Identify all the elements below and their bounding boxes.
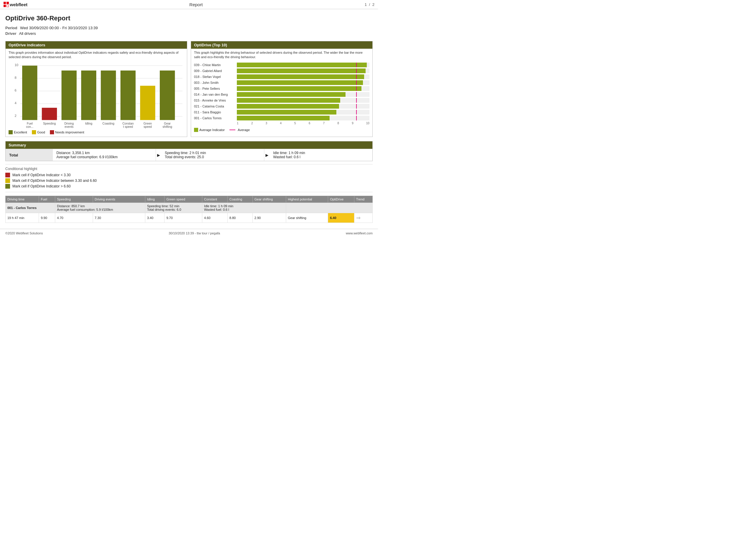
driver-avg-fuel: Average fuel consumption: 5.9 l/100km [57, 208, 143, 211]
summary-avg-fuel: Average fuel consumption: 6.9 l/100km [56, 155, 152, 159]
svg-text:Green: Green [144, 122, 152, 125]
cond-row-2: Mark cell if OptiDrive Indicator > 6.60 [5, 184, 373, 189]
x-label-3: 3 [265, 121, 267, 125]
cell-highest-potential: Gear shifting [286, 213, 328, 223]
driver-idle-time: Idle time: 1 h 09 min [204, 204, 284, 208]
period-row: Period Wed 30/09/2020 00:00 - Fri 30/10/… [5, 26, 373, 30]
top10-row-2: 018 - Stefan Vogel [237, 74, 369, 79]
x-label-10: 10 [366, 121, 369, 125]
summary-total-row: Total Distance: 3,358.1 km Average fuel … [6, 149, 372, 161]
cond-row-0: Mark cell if OptiDrive Indicator < 3.30 [5, 173, 373, 177]
logo: webfleet [4, 2, 27, 7]
page-total: 2 [372, 2, 374, 7]
x-label-1: 1 [237, 121, 239, 125]
legend-needs-improvement-label: Needs improvement [55, 130, 84, 134]
legend-excellent: Excellent [9, 130, 27, 134]
driver-value: All drivers [19, 31, 36, 36]
th-constant: Constant [202, 196, 228, 203]
bar-idling [81, 70, 96, 120]
cell-green-speed: 9.70 [165, 213, 202, 223]
top10-row-1: 009 - Gabriel Allard [237, 68, 369, 73]
summary-distance: Distance: 3,358.1 km [56, 151, 152, 155]
th-coasting: Coasting [228, 196, 253, 203]
indicators-chart-desc: This graph provides information about in… [6, 49, 187, 61]
x-label-8: 8 [337, 121, 339, 125]
page-footer: ©2020 Webfleet Solutions 30/10/2020 13:3… [0, 229, 378, 237]
cell-coasting: 8.80 [228, 213, 253, 223]
footer-timestamp: 30/10/2020 13:39 - ttw tour / pegafa [169, 231, 220, 235]
svg-text:Driving: Driving [65, 122, 74, 125]
th-idling: Idling [145, 196, 164, 203]
top10-driver-8-label: 011 - Sara Biaggio [194, 110, 235, 114]
svg-text:Coasting: Coasting [102, 122, 115, 125]
legend-needs-improvement-icon [50, 130, 54, 134]
top10-chart-title: OptiDrive (Top 10) [191, 41, 372, 49]
top10-row-3: 003 - John Smith [237, 80, 369, 85]
top10-bar-wrap-5 [237, 92, 369, 97]
x-label-9: 9 [352, 121, 354, 125]
driver-row: Driver All drivers [5, 31, 373, 36]
table-body: 001 - Carlos Torres Distance: 850.7 km A… [6, 203, 373, 223]
summary-total-events: Total driving events: 25.0 [165, 155, 260, 159]
cell-idling: 3.40 [145, 213, 164, 223]
avg-line-1 [356, 68, 357, 73]
legend-good: Good [32, 130, 45, 134]
optidrive-indicators-chart: OptiDrive indicators This graph provides… [5, 41, 187, 137]
legend-avg: Average [230, 128, 250, 132]
avg-line-0 [356, 63, 357, 67]
period-value: Wed 30/09/2020 00:00 - Fri 30/10/2020 13… [20, 26, 98, 30]
th-trend: Trend [354, 196, 372, 203]
top10-row-9: 001 - Carlos Torres [237, 116, 369, 120]
x-label-7: 7 [323, 121, 325, 125]
top10-driver-2-label: 018 - Stefan Vogel [194, 75, 235, 79]
top10-driver-1-label: 009 - Gabriel Allard [194, 69, 235, 73]
svg-text:speed: speed [144, 125, 152, 128]
avg-line-3 [356, 80, 357, 85]
table-header-row: Driving time Fuel Speeding Driving event… [6, 196, 373, 203]
top10-bar-wrap-6 [237, 98, 369, 103]
avg-line-4 [356, 86, 357, 91]
avg-line-6 [356, 98, 357, 103]
avg-line-5 [356, 92, 357, 97]
cond-icon-2 [5, 184, 10, 189]
summary-idle-time: Idle time: 1 h 09 min [273, 151, 369, 155]
top10-chart-desc: This graph highlights the driving behavi… [191, 49, 372, 61]
x-label-6: 6 [309, 121, 310, 125]
driver-empty [286, 203, 372, 213]
driver-distance: Distance: 850.7 km [57, 204, 143, 208]
top10-driver-7-label: 021 - Catarina Costa [194, 104, 235, 108]
th-driving-events: Driving events [93, 196, 145, 203]
cell-fuel: 9.90 [39, 213, 55, 223]
driver-speeding-time: Speeding time: 52 min [147, 204, 200, 208]
cond-text-1: Mark cell if OptiDrive Indicator between… [13, 178, 96, 183]
top10-legend: Average Indicator Average [191, 126, 372, 134]
top10-bar-wrap-7 [237, 104, 369, 109]
indicators-chart-title: OptiDrive indicators [6, 41, 187, 49]
footer-copyright: ©2020 Webfleet Solutions [5, 231, 43, 235]
summary-idle-fuel: Idle time: 1 h 09 min Wasted fuel: 0.6 l [270, 149, 372, 161]
driver-wasted-fuel: Wasted fuel: 0.6 l [204, 208, 284, 211]
avg-line-8 [356, 110, 357, 115]
top10-driver-4-label: 005 - Pete Sellers [194, 87, 235, 90]
driver-data-row: 19 h 47 min 9.90 4.70 7.30 3.40 9.70 4.6… [6, 213, 373, 223]
svg-text:10: 10 [14, 63, 18, 67]
top10-driver-6-label: 015 - Anneke de Vries [194, 98, 235, 102]
svg-text:Fuel: Fuel [27, 122, 33, 125]
cell-speeding: 4.70 [55, 213, 93, 223]
th-optidrive: OptiDrive [328, 196, 354, 203]
svg-text:2: 2 [14, 114, 16, 118]
top10-bar-4 [237, 86, 362, 91]
top10-bar-2 [237, 74, 364, 79]
svg-text:Constan: Constan [122, 122, 133, 125]
summary-total-label: Total [6, 149, 53, 161]
legend-avg-label: Average [238, 128, 250, 132]
cell-optidrive: 6.40 [328, 213, 354, 223]
top10-bar-wrap-8 [237, 110, 369, 115]
avg-line-7 [356, 104, 357, 109]
th-highest-potential: Highest potential [286, 196, 328, 203]
report-title: OptiDrive 360-Report [5, 14, 373, 22]
legend-avg-icon [230, 130, 235, 130]
summary-wasted-fuel: Wasted fuel: 0.6 l [273, 155, 369, 159]
driver-name-cell: 001 - Carlos Torres [6, 203, 55, 213]
legend-avg-indicator: Average Indicator [194, 128, 225, 132]
